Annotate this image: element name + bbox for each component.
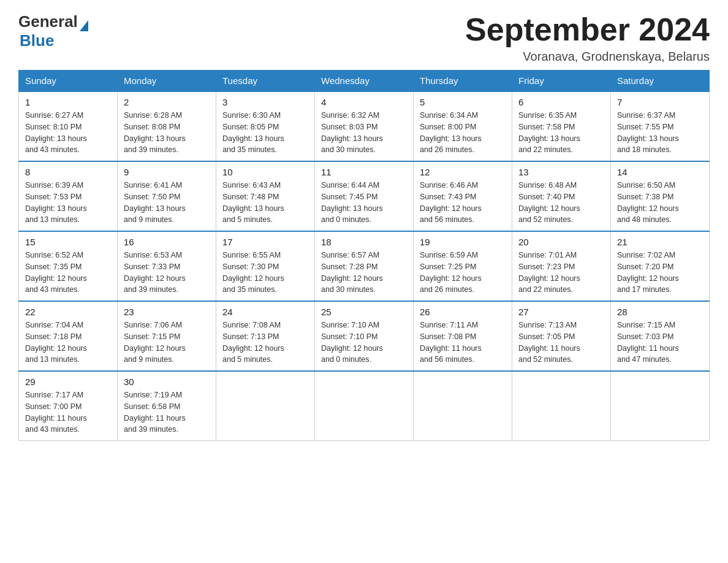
calendar-cell-1-4: 12Sunrise: 6:46 AMSunset: 7:43 PMDayligh… xyxy=(414,161,512,231)
day-number: 27 xyxy=(518,307,604,317)
day-number: 3 xyxy=(222,97,308,107)
calendar-cell-0-3: 4Sunrise: 6:32 AMSunset: 8:03 PMDaylight… xyxy=(315,91,414,161)
calendar-cell-0-0: 1Sunrise: 6:27 AMSunset: 8:10 PMDaylight… xyxy=(19,91,118,161)
day-number: 20 xyxy=(518,237,604,247)
day-info: Sunrise: 6:37 AMSunset: 7:55 PMDaylight:… xyxy=(617,110,703,156)
week-row-4: 22Sunrise: 7:04 AMSunset: 7:18 PMDayligh… xyxy=(19,301,710,371)
calendar-cell-3-5: 27Sunrise: 7:13 AMSunset: 7:05 PMDayligh… xyxy=(512,301,611,371)
calendar-cell-1-0: 8Sunrise: 6:39 AMSunset: 7:53 PMDaylight… xyxy=(19,161,118,231)
calendar-cell-2-4: 19Sunrise: 6:59 AMSunset: 7:25 PMDayligh… xyxy=(414,231,512,301)
calendar-cell-4-3 xyxy=(315,371,414,441)
calendar-cell-2-3: 18Sunrise: 6:57 AMSunset: 7:28 PMDayligh… xyxy=(315,231,414,301)
day-number: 23 xyxy=(124,307,210,317)
calendar-cell-3-2: 24Sunrise: 7:08 AMSunset: 7:13 PMDayligh… xyxy=(216,301,315,371)
day-info: Sunrise: 7:19 AMSunset: 6:58 PMDaylight:… xyxy=(124,389,210,435)
day-number: 25 xyxy=(321,307,407,317)
day-info: Sunrise: 6:28 AMSunset: 8:08 PMDaylight:… xyxy=(124,110,210,156)
calendar-cell-0-6: 7Sunrise: 6:37 AMSunset: 7:55 PMDaylight… xyxy=(611,91,710,161)
day-info: Sunrise: 6:43 AMSunset: 7:48 PMDaylight:… xyxy=(222,180,308,226)
calendar-cell-4-0: 29Sunrise: 7:17 AMSunset: 7:00 PMDayligh… xyxy=(19,371,118,441)
day-number: 5 xyxy=(420,97,506,107)
day-number: 19 xyxy=(420,237,506,247)
month-title: September 2024 xyxy=(465,12,710,47)
col-monday: Monday xyxy=(118,71,216,92)
calendar-cell-0-4: 5Sunrise: 6:34 AMSunset: 8:00 PMDaylight… xyxy=(414,91,512,161)
col-thursday: Thursday xyxy=(414,71,512,92)
day-number: 1 xyxy=(25,97,111,107)
day-info: Sunrise: 7:01 AMSunset: 7:23 PMDaylight:… xyxy=(518,250,604,296)
day-number: 22 xyxy=(25,307,111,317)
day-info: Sunrise: 7:10 AMSunset: 7:10 PMDaylight:… xyxy=(321,320,407,366)
day-info: Sunrise: 6:52 AMSunset: 7:35 PMDaylight:… xyxy=(25,250,111,296)
location-subtitle: Voranava, Grodnenskaya, Belarus xyxy=(465,50,710,64)
day-number: 15 xyxy=(25,237,111,247)
day-number: 9 xyxy=(124,167,210,177)
calendar-cell-0-2: 3Sunrise: 6:30 AMSunset: 8:05 PMDaylight… xyxy=(216,91,315,161)
day-number: 10 xyxy=(222,167,308,177)
col-wednesday: Wednesday xyxy=(315,71,414,92)
day-info: Sunrise: 7:04 AMSunset: 7:18 PMDaylight:… xyxy=(25,320,111,366)
calendar-cell-4-6 xyxy=(611,371,710,441)
calendar-cell-4-1: 30Sunrise: 7:19 AMSunset: 6:58 PMDayligh… xyxy=(118,371,216,441)
day-info: Sunrise: 6:46 AMSunset: 7:43 PMDaylight:… xyxy=(420,180,506,226)
logo: General Blue xyxy=(18,12,88,50)
day-info: Sunrise: 6:34 AMSunset: 8:00 PMDaylight:… xyxy=(420,110,506,156)
day-number: 6 xyxy=(518,97,604,107)
logo-triangle-icon xyxy=(80,20,88,31)
calendar-cell-3-4: 26Sunrise: 7:11 AMSunset: 7:08 PMDayligh… xyxy=(414,301,512,371)
day-number: 16 xyxy=(124,237,210,247)
day-number: 29 xyxy=(25,377,111,387)
calendar-table: Sunday Monday Tuesday Wednesday Thursday… xyxy=(18,70,710,441)
day-info: Sunrise: 6:57 AMSunset: 7:28 PMDaylight:… xyxy=(321,250,407,296)
day-info: Sunrise: 7:06 AMSunset: 7:15 PMDaylight:… xyxy=(124,320,210,366)
day-number: 4 xyxy=(321,97,407,107)
week-row-2: 8Sunrise: 6:39 AMSunset: 7:53 PMDaylight… xyxy=(19,161,710,231)
day-info: Sunrise: 7:08 AMSunset: 7:13 PMDaylight:… xyxy=(222,320,308,366)
calendar-cell-3-0: 22Sunrise: 7:04 AMSunset: 7:18 PMDayligh… xyxy=(19,301,118,371)
day-info: Sunrise: 6:44 AMSunset: 7:45 PMDaylight:… xyxy=(321,180,407,226)
title-block: September 2024 Voranava, Grodnenskaya, B… xyxy=(465,12,710,64)
day-number: 8 xyxy=(25,167,111,177)
day-info: Sunrise: 7:11 AMSunset: 7:08 PMDaylight:… xyxy=(420,320,506,366)
logo-blue: Blue xyxy=(20,31,88,50)
calendar-cell-3-3: 25Sunrise: 7:10 AMSunset: 7:10 PMDayligh… xyxy=(315,301,414,371)
day-info: Sunrise: 6:27 AMSunset: 8:10 PMDaylight:… xyxy=(25,110,111,156)
day-info: Sunrise: 7:15 AMSunset: 7:03 PMDaylight:… xyxy=(617,320,703,366)
day-number: 2 xyxy=(124,97,210,107)
day-number: 24 xyxy=(222,307,308,317)
calendar-cell-0-1: 2Sunrise: 6:28 AMSunset: 8:08 PMDaylight… xyxy=(118,91,216,161)
day-info: Sunrise: 6:53 AMSunset: 7:33 PMDaylight:… xyxy=(124,250,210,296)
day-number: 28 xyxy=(617,307,703,317)
col-tuesday: Tuesday xyxy=(216,71,315,92)
day-info: Sunrise: 6:32 AMSunset: 8:03 PMDaylight:… xyxy=(321,110,407,156)
day-number: 26 xyxy=(420,307,506,317)
calendar-cell-4-5 xyxy=(512,371,611,441)
calendar-cell-3-6: 28Sunrise: 7:15 AMSunset: 7:03 PMDayligh… xyxy=(611,301,710,371)
col-saturday: Saturday xyxy=(611,71,710,92)
calendar-cell-2-1: 16Sunrise: 6:53 AMSunset: 7:33 PMDayligh… xyxy=(118,231,216,301)
day-info: Sunrise: 6:48 AMSunset: 7:40 PMDaylight:… xyxy=(518,180,604,226)
calendar-cell-0-5: 6Sunrise: 6:35 AMSunset: 7:58 PMDaylight… xyxy=(512,91,611,161)
day-number: 18 xyxy=(321,237,407,247)
calendar-cell-2-0: 15Sunrise: 6:52 AMSunset: 7:35 PMDayligh… xyxy=(19,231,118,301)
day-number: 7 xyxy=(617,97,703,107)
col-friday: Friday xyxy=(512,71,611,92)
calendar-cell-1-1: 9Sunrise: 6:41 AMSunset: 7:50 PMDaylight… xyxy=(118,161,216,231)
day-info: Sunrise: 7:02 AMSunset: 7:20 PMDaylight:… xyxy=(617,250,703,296)
calendar-cell-4-2 xyxy=(216,371,315,441)
day-info: Sunrise: 6:30 AMSunset: 8:05 PMDaylight:… xyxy=(222,110,308,156)
page-header: General Blue September 2024 Voranava, Gr… xyxy=(18,12,710,64)
calendar-cell-2-5: 20Sunrise: 7:01 AMSunset: 7:23 PMDayligh… xyxy=(512,231,611,301)
calendar-header-row: Sunday Monday Tuesday Wednesday Thursday… xyxy=(19,71,710,92)
day-number: 21 xyxy=(617,237,703,247)
calendar-cell-3-1: 23Sunrise: 7:06 AMSunset: 7:15 PMDayligh… xyxy=(118,301,216,371)
calendar-cell-2-6: 21Sunrise: 7:02 AMSunset: 7:20 PMDayligh… xyxy=(611,231,710,301)
day-info: Sunrise: 7:13 AMSunset: 7:05 PMDaylight:… xyxy=(518,320,604,366)
day-info: Sunrise: 6:41 AMSunset: 7:50 PMDaylight:… xyxy=(124,180,210,226)
week-row-1: 1Sunrise: 6:27 AMSunset: 8:10 PMDaylight… xyxy=(19,91,710,161)
day-info: Sunrise: 6:35 AMSunset: 7:58 PMDaylight:… xyxy=(518,110,604,156)
day-number: 12 xyxy=(420,167,506,177)
day-info: Sunrise: 7:17 AMSunset: 7:00 PMDaylight:… xyxy=(25,389,111,435)
week-row-5: 29Sunrise: 7:17 AMSunset: 7:00 PMDayligh… xyxy=(19,371,710,441)
calendar-cell-1-2: 10Sunrise: 6:43 AMSunset: 7:48 PMDayligh… xyxy=(216,161,315,231)
